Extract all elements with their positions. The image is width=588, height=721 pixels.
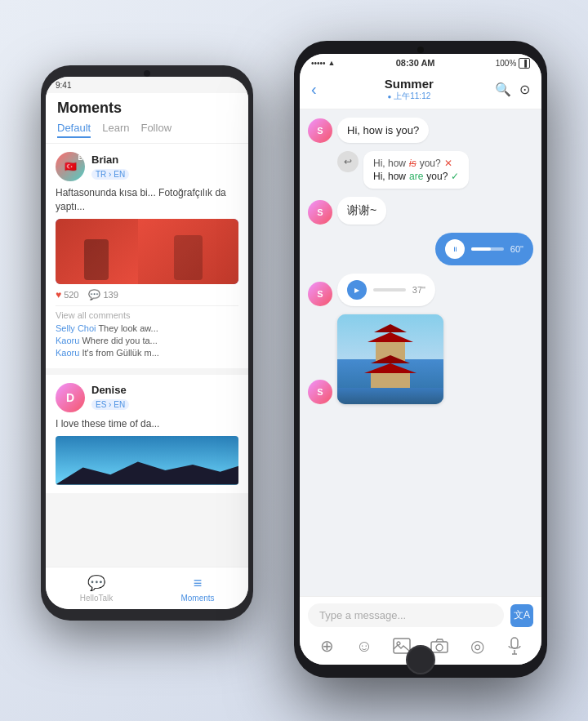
chat-messages: S Hi, how is you? ↩ Hi, how is you? ✕ (300, 109, 541, 596)
denise-username: Denise (91, 384, 238, 396)
msg-incoming-2: S 谢谢~ (308, 197, 533, 225)
chat-contact-status: ● 上午11:12 (323, 91, 495, 102)
wifi-icon: ▲ (328, 59, 336, 67)
chat-header-center: Summer ● 上午11:12 (323, 77, 495, 102)
chat-header-icons: 🔍 ⊙ (495, 82, 530, 97)
msg-incoming-1: S Hi, how is you? (308, 118, 533, 143)
brian-lang: TR › EN (91, 169, 129, 180)
audio-duration-in: 37" (412, 285, 425, 295)
tab-follow[interactable]: Follow (140, 122, 172, 138)
chat-last-seen: 上午11:12 (394, 91, 430, 102)
voice-button[interactable] (502, 634, 527, 658)
sticker-button[interactable]: ◎ (465, 634, 489, 658)
settings-icon[interactable]: ⊙ (519, 82, 530, 97)
tab-learn[interactable]: Learn (102, 122, 129, 138)
audio-bubble-out[interactable]: ⏸ 60" (435, 233, 533, 265)
nav-moments[interactable]: ≡ Moments (147, 575, 248, 603)
phone-front: ••••• ▲ 08:30 AM 100% ▐ ‹ Summer ● 上午11:… (294, 41, 547, 678)
nav-hellotalk-label: HelloTalk (80, 594, 114, 603)
moments-icon: ≡ (194, 575, 203, 592)
battery-percent: 100% (496, 59, 517, 68)
comment-2: Kaoru Where did you ta... (56, 335, 238, 347)
back-tabs: Default Learn Follow (57, 122, 237, 138)
brian-username: Brian (91, 154, 238, 166)
home-button[interactable] (406, 645, 435, 674)
brian-comments: 139 (103, 290, 118, 300)
correct-word: are (409, 171, 423, 182)
chat-back-button[interactable]: ‹ (311, 80, 317, 99)
back-status-bar: 9:41 (46, 77, 248, 93)
signal-dots: ••••• (311, 59, 326, 68)
nav-moments-label: Moments (180, 594, 214, 603)
battery-area: 100% ▐ (496, 58, 530, 69)
back-header: Moments Default Learn Follow (46, 93, 248, 144)
pause-button[interactable]: ⏸ (445, 239, 465, 259)
comment-user-3: Kaoru (56, 348, 79, 358)
avatar-denise: D (56, 383, 85, 412)
msg-avatar-summer-4: S (308, 380, 332, 404)
svg-rect-4 (511, 638, 518, 648)
search-icon[interactable]: 🔍 (495, 82, 511, 97)
back-camera (144, 70, 150, 77)
back-bottom-nav: 💬 HelloTalk ≡ Moments (46, 567, 248, 609)
reply-icon: ↩ (337, 151, 359, 172)
denise-image (56, 436, 238, 485)
msg-avatar-summer-2: S (308, 200, 332, 225)
audio-bubble-in[interactable]: ▶ 37" (337, 274, 435, 306)
incorrect-word: is (409, 158, 416, 169)
post-denise: D Denise ES › EN I love these time of da… (46, 375, 248, 493)
chat-header: ‹ Summer ● 上午11:12 🔍 ⊙ (300, 72, 541, 109)
moments-title: Moments (57, 100, 237, 117)
avatar-brian: 🇹🇷 B (56, 152, 85, 181)
back-screen: 9:41 Moments Default Learn Follow 🇹🇷 B (46, 77, 248, 609)
correction-original: Hi, how is you? ✕ (373, 158, 459, 169)
tab-default[interactable]: Default (57, 122, 91, 138)
chat-icon: 💬 (87, 574, 105, 592)
chat-input-row: Type a message... 文A (308, 603, 533, 627)
audio-wave-in (373, 288, 406, 292)
nav-hellotalk[interactable]: 💬 HelloTalk (46, 574, 147, 603)
msg-avatar-summer-1: S (308, 118, 332, 143)
msg-incoming-audio: S ▶ 37" (308, 274, 533, 306)
denise-text: I love these time of da... (56, 417, 238, 431)
brian-image (56, 219, 238, 284)
svg-point-3 (436, 644, 443, 651)
msg-text-1: Hi, how is you? (347, 124, 419, 136)
add-button[interactable]: ⊕ (314, 634, 339, 658)
x-mark: ✕ (444, 158, 452, 169)
chat-contact-name: Summer (323, 77, 495, 91)
battery-icon: ▐ (519, 58, 530, 69)
view-all-comments[interactable]: View all comments (56, 310, 238, 320)
comment-user-2: Kaoru (56, 336, 79, 345)
emoji-button[interactable]: ☺ (352, 634, 376, 658)
reply-icon-wrap: ↩ (337, 151, 359, 172)
comment-3: Kaoru It's from Güllük m... (56, 347, 238, 359)
back-time: 9:41 (56, 81, 71, 90)
msg-outgoing-audio: ⏸ 60" (308, 233, 533, 265)
play-button[interactable]: ▶ (347, 280, 367, 300)
brian-text: Haftasonunda kısa bi... Fotoğrafçılık da… (56, 186, 238, 214)
phone-back: 9:41 Moments Default Learn Follow 🇹🇷 B (41, 65, 253, 621)
front-status-bar: ••••• ▲ 08:30 AM 100% ▐ (300, 54, 541, 72)
brian-likes: 520 (64, 290, 78, 300)
correction-fixed: Hi, how are you? ✓ (373, 171, 459, 182)
correction-bubble: Hi, how is you? ✕ Hi, how are you? ✓ (363, 151, 469, 189)
back-content: 🇹🇷 B Brian TR › EN Haftasonunda kısa bi.… (46, 144, 248, 567)
svg-point-1 (397, 642, 400, 645)
brian-comments-section: View all comments Selly Choi They look a… (56, 305, 238, 360)
translate-button[interactable]: 文A (510, 604, 533, 627)
denise-lang: ES › EN (91, 399, 129, 410)
audio-wave-out (471, 247, 504, 251)
msg-avatar-summer-3: S (308, 282, 332, 306)
comment-1: Selly Choi They look aw... (56, 323, 238, 335)
msg-incoming-image: S (308, 314, 533, 404)
image-message[interactable] (337, 314, 443, 404)
message-input[interactable]: Type a message... (308, 603, 504, 627)
status-time: 08:30 AM (396, 58, 435, 68)
audio-duration-out: 60" (510, 244, 523, 254)
msg-bubble-1: Hi, how is you? (337, 118, 429, 143)
brian-stats: ♥ 520 💬 139 (56, 289, 238, 300)
comment-user-1: Selly Choi (56, 323, 96, 333)
front-camera (417, 47, 424, 53)
post-brian: 🇹🇷 B Brian TR › EN Haftasonunda kısa bi.… (46, 144, 248, 368)
